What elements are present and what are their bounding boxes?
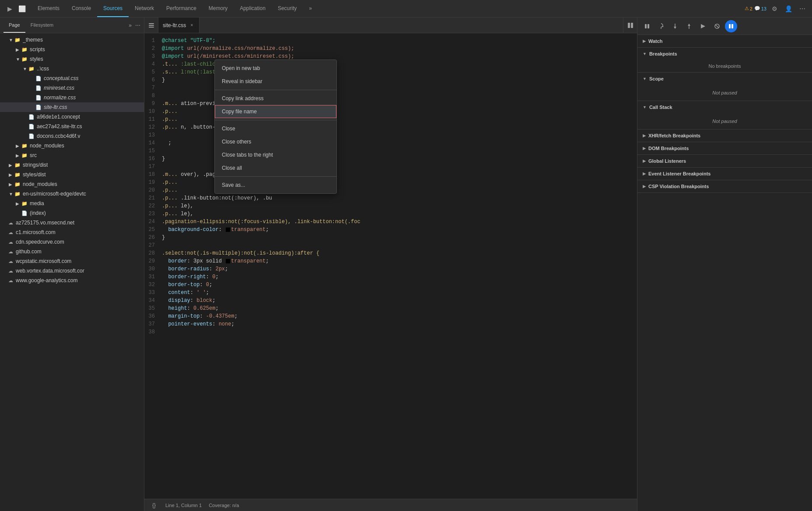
sidebar-more-tabs[interactable]: »: [129, 22, 132, 28]
tree-item-docons[interactable]: ▶ 📄 docons.ccbc4d6f.v: [0, 131, 144, 141]
ctx-reveal-sidebar[interactable]: Reveal in sidebar: [215, 75, 336, 88]
ctx-open-new-tab[interactable]: Open in new tab: [215, 62, 336, 75]
sidebar-options-icon[interactable]: ⋯: [135, 22, 140, 28]
debug-step-btn[interactable]: [697, 20, 709, 32]
split-editor-btn[interactable]: [623, 18, 637, 33]
ctx-close-others[interactable]: Close others: [215, 135, 336, 148]
box-tool[interactable]: ⬜: [16, 3, 28, 15]
dom-breakpoints-header[interactable]: ▶ DOM Breakpoints: [637, 142, 812, 154]
tree-item-styles[interactable]: ▼ 📁 styles: [0, 54, 144, 64]
debug-deactivate-btn[interactable]: [711, 20, 723, 32]
svg-line-15: [715, 24, 719, 28]
debug-pause-exceptions-btn[interactable]: [725, 20, 737, 32]
more-options-icon[interactable]: ⋯: [796, 3, 808, 15]
tab-elements[interactable]: Elements: [32, 0, 66, 17]
tree-item-styles-dist[interactable]: ▶ 📁 styles/dist: [0, 170, 144, 179]
tab-memory[interactable]: Memory: [203, 0, 234, 17]
folder-icon-src: 📁: [21, 152, 28, 159]
tree-item-wcpstatic[interactable]: ▶ ☁ wcpstatic.microsoft.com: [0, 256, 144, 266]
svg-rect-3: [628, 23, 630, 28]
ctx-copy-link-address[interactable]: Copy link address: [215, 92, 336, 105]
debug-step-out-btn[interactable]: [683, 20, 695, 32]
ctx-close-tabs-right[interactable]: Close tabs to the right: [215, 148, 336, 161]
tab-sources[interactable]: Sources: [97, 0, 129, 17]
debug-pause-btn[interactable]: [641, 20, 653, 32]
settings-icon[interactable]: ⚙: [768, 3, 780, 15]
ctx-close[interactable]: Close: [215, 122, 336, 135]
tree-item-conceptual-css[interactable]: ▶ 📄 conceptual.css: [0, 74, 144, 83]
tree-item-minireset-css[interactable]: ▶ 📄 minireset.css: [0, 83, 144, 93]
label-dotdotcss: ..\css: [37, 66, 49, 72]
global-listeners-header[interactable]: ▶ Global Listeners: [637, 155, 812, 167]
warning-badge[interactable]: ⚠ 2: [745, 6, 752, 11]
folder-icon-media: 📁: [21, 200, 28, 207]
editor-tab-site-ltr[interactable]: site-ltr.css ×: [158, 18, 200, 33]
sidebar-tab-filesystem[interactable]: Filesystem: [25, 18, 59, 33]
label-styles-dist: styles/dist: [23, 172, 46, 178]
ctx-close-all[interactable]: Close all: [215, 161, 336, 175]
csp-violation-header[interactable]: ▶ CSP Violation Breakpoints: [637, 180, 812, 192]
debug-step-into-btn[interactable]: [669, 20, 681, 32]
scope-section-header[interactable]: ▼ Scope: [637, 73, 812, 85]
call-stack-section: ▼ Call Stack Not paused: [637, 101, 812, 130]
event-section-label: Event Listener Breakpoints: [648, 171, 710, 176]
watch-section-header[interactable]: ▶ Watch: [637, 35, 812, 47]
label-wcpstatic: wcpstatic.microsoft.com: [16, 258, 71, 264]
ctx-save-as[interactable]: Save as...: [215, 178, 336, 192]
code-editor[interactable]: 1 @charset "UTF-8"; 2 @import url(/norma…: [144, 33, 637, 499]
breakpoints-section-header[interactable]: ▼ Breakpoints: [637, 48, 812, 60]
tab-more[interactable]: »: [303, 0, 318, 17]
arrow-media: ▶: [16, 201, 21, 206]
cursor-tool[interactable]: ▶: [4, 3, 16, 15]
tree-item-cdnspeedcurve[interactable]: ▶ ☁ cdn.speedcurve.com: [0, 237, 144, 247]
xhr-fetch-section-header[interactable]: ▶ XHR/fetch Breakpoints: [637, 130, 812, 142]
tree-item-node-modules2[interactable]: ▶ 📁 node_modules: [0, 179, 144, 189]
code-line-2: 2 @import url(/normalize.css/normalize.c…: [144, 45, 637, 52]
debug-step-over-btn[interactable]: [655, 20, 667, 32]
global-arrow-icon: ▶: [643, 159, 646, 163]
tree-item-strings-dist[interactable]: ▶ 📁 strings/dist: [0, 160, 144, 170]
dom-arrow-icon: ▶: [643, 146, 646, 150]
tab-close-btn[interactable]: ×: [189, 22, 195, 28]
tree-item-normalize-css[interactable]: ▶ 📄 normalize.css: [0, 93, 144, 102]
tree-item-themes[interactable]: ▼ 📁 _themes: [0, 35, 144, 45]
tree-item-az725175[interactable]: ▶ ☁ az725175.vo.msecnd.net: [0, 218, 144, 228]
tree-item-index[interactable]: ▶ 📄 (index): [0, 208, 144, 218]
tree-item-dotdotcss[interactable]: ▼ 📁 ..\css: [0, 64, 144, 74]
ctx-copy-file-name[interactable]: Copy file name: [215, 105, 336, 118]
message-badge[interactable]: 💬 13: [754, 6, 766, 11]
tree-item-aec27a42[interactable]: ▶ 📄 aec27a42.site-ltr.cs: [0, 122, 144, 131]
profile-icon[interactable]: 👤: [782, 3, 794, 15]
call-stack-section-header[interactable]: ▼ Call Stack: [637, 101, 812, 113]
cloud-icon-webvortex: ☁: [7, 267, 14, 274]
csp-violation-section: ▶ CSP Violation Breakpoints: [637, 180, 812, 193]
tab-application[interactable]: Application: [234, 0, 272, 17]
tab-console[interactable]: Console: [66, 0, 97, 17]
label-node-modules1: node_modules: [30, 143, 64, 149]
right-panel: ▶ Watch ▼ Breakpoints No breakpoints ▼ S…: [637, 18, 812, 511]
tree-item-c1microsoft[interactable]: ▶ ☁ c1.microsoft.com: [0, 228, 144, 237]
tree-item-media[interactable]: ▶ 📁 media: [0, 199, 144, 208]
tree-item-site-ltr-css[interactable]: ▶ 📄 site-ltr.css: [0, 102, 144, 112]
file-icon-minireset: 📄: [35, 84, 42, 91]
tree-item-node-modules1[interactable]: ▶ 📁 node_modules: [0, 141, 144, 150]
breakpoints-section-label: Breakpoints: [649, 51, 677, 56]
tree-item-scripts[interactable]: ▶ 📁 scripts: [0, 45, 144, 54]
tree-item-googleanalytics[interactable]: ▶ ☁ www.google-analytics.com: [0, 276, 144, 285]
global-section-label: Global Listeners: [648, 158, 686, 164]
toggle-sidebar-btn[interactable]: [144, 18, 158, 33]
tree-item-src[interactable]: ▶ 📁 src: [0, 150, 144, 160]
format-icon[interactable]: {}: [150, 501, 158, 510]
sidebar-tab-page[interactable]: Page: [4, 18, 25, 33]
global-listeners-section: ▶ Global Listeners: [637, 155, 812, 168]
tree-item-github[interactable]: ▶ ☁ github.com: [0, 247, 144, 256]
tab-performance[interactable]: Performance: [160, 0, 203, 17]
arrow-themes: ▼: [9, 38, 14, 42]
event-listener-header[interactable]: ▶ Event Listener Breakpoints: [637, 168, 812, 180]
tab-security[interactable]: Security: [272, 0, 303, 17]
code-line-38: 38: [144, 328, 637, 336]
tree-item-webvortex[interactable]: ▶ ☁ web.vortex.data.microsoft.cor: [0, 266, 144, 276]
tree-item-en-us[interactable]: ▼ 📁 en-us/microsoft-edge/devtc: [0, 189, 144, 199]
tree-item-a96de1e1[interactable]: ▶ 📄 a96de1e1.concept: [0, 112, 144, 122]
tab-network[interactable]: Network: [129, 0, 160, 17]
